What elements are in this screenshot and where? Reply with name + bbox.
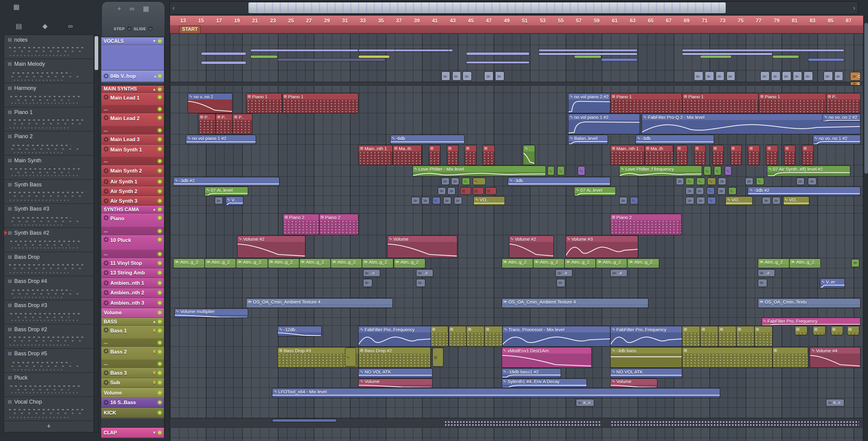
clip-piano-1[interactable]: ⊞Piano 1 — [759, 93, 826, 113]
clip[interactable]: ≫ — [441, 72, 450, 80]
track-lead2[interactable]: Main Lead 2... — [101, 113, 164, 135]
track-led[interactable] — [158, 281, 161, 285]
pattern-item[interactable]: ▤Vocal Chop — [4, 397, 93, 421]
track-air2[interactable]: Air Synth 2 — [101, 186, 164, 196]
pattern-item[interactable]: ▤Pluck — [4, 373, 93, 397]
track-amb1[interactable]: Ambien..nth 1 — [101, 278, 164, 288]
clip-atm-g-2[interactable]: ≫Atm..g_2 — [565, 259, 595, 268]
clip[interactable]: ≫ — [215, 197, 222, 204]
link-icon[interactable]: ∞ — [130, 5, 134, 12]
clip-volume-2[interactable]: ∿Volume #2 — [238, 236, 305, 258]
clip[interactable]: ⊞ — [433, 348, 443, 366]
clip[interactable]: ≫ — [686, 187, 694, 194]
track-led[interactable] — [158, 128, 161, 132]
clip[interactable]: ⊞ — [737, 326, 754, 346]
track-led[interactable] — [158, 371, 161, 375]
clip[interactable]: ⊞ — [748, 145, 760, 165]
clip[interactable]: ⊞ — [683, 348, 772, 368]
mute-icon[interactable] — [104, 281, 108, 285]
clip-volume-2[interactable]: ∿Volume #2 — [509, 236, 553, 258]
clip-atm-g-2[interactable]: ≫Atm..g_2 — [174, 259, 204, 268]
collapse-arrow-icon[interactable]: ▼ — [153, 431, 156, 434]
clip-os-oa-cmin-ambient-texture-4[interactable]: ≫OS_OA_Cmin_Ambient Texture 4 — [247, 299, 393, 307]
vocal-clip-stripe[interactable] — [251, 56, 278, 58]
overview-scroll-left[interactable]: ‹ — [170, 2, 177, 14]
pattern-item[interactable]: ▤notes — [4, 35, 93, 59]
clip-vo[interactable]: ∿VO.. — [783, 197, 809, 205]
clip-c[interactable]: ≫C. — [851, 72, 860, 80]
clip[interactable]: ⊞ — [676, 145, 687, 165]
clip-3db-2[interactable]: ∿-3db #2 — [748, 187, 860, 196]
clip[interactable]: ∿ — [728, 187, 736, 194]
clip[interactable]: ∿ — [708, 178, 715, 185]
clip[interactable]: ≫ — [452, 178, 459, 185]
mute-icon[interactable] — [104, 300, 108, 305]
clip-p[interactable]: ⊞P.. — [216, 114, 232, 134]
clip-piano-1[interactable]: ⊞Piano 1 — [282, 93, 358, 113]
grid-icon[interactable]: ▦ — [143, 5, 149, 12]
track-led[interactable] — [158, 320, 161, 323]
mute-icon[interactable] — [104, 74, 108, 79]
pattern-item[interactable]: ▤Main Melody — [4, 59, 93, 83]
piano-roll-icon[interactable]: ▤ — [16, 23, 22, 30]
clip[interactable]: ∿ — [558, 167, 564, 175]
track-vocals-chop[interactable]: 04b V..hop▾ — [101, 70, 164, 82]
clip[interactable]: ≫ — [694, 72, 703, 80]
track-led[interactable] — [158, 159, 161, 163]
track-sbass[interactable]: 16 S..Bass — [101, 398, 164, 408]
clip-atm-g-2[interactable]: ≫Atm..g_2 — [502, 259, 532, 268]
mute-icon[interactable] — [104, 115, 108, 120]
clip-main-nth-1[interactable]: ⊞Main..nth 1 — [611, 145, 644, 165]
track-led[interactable] — [158, 431, 161, 434]
clip[interactable]: ∿ — [707, 187, 714, 194]
clip-atm-g-2[interactable]: ≫Atm..g_2 — [268, 259, 299, 268]
clip-atm-g-2[interactable]: ≫Atm..g_2 — [331, 259, 362, 268]
track-led[interactable] — [158, 291, 161, 295]
clip[interactable]: ∿ — [725, 167, 732, 175]
pattern-item[interactable]: ▤Piano 2 — [4, 131, 93, 156]
mute-icon[interactable] — [104, 147, 108, 151]
track-kick[interactable]: KICK — [101, 408, 164, 418]
pattern-item[interactable]: ▤Bass Drop #2 — [4, 325, 93, 349]
clip[interactable]: ≫ — [716, 72, 724, 80]
clip[interactable]: ≫ — [416, 279, 425, 286]
mute-icon[interactable] — [104, 215, 108, 220]
clip[interactable]: ⊞ — [701, 326, 718, 346]
clip[interactable]: ⊞ — [483, 145, 494, 165]
mute-icon[interactable] — [104, 168, 108, 173]
track-vocals-header[interactable]: VOCALS▼ — [101, 37, 164, 45]
clip[interactable]: ⊞ — [473, 187, 484, 194]
clip[interactable]: ≫ — [485, 72, 493, 80]
clip-18db-bass1-2[interactable]: ∿-18db bass1 #2 — [502, 369, 561, 377]
overview-scroll-right[interactable]: › — [850, 2, 858, 14]
clip-atm-g-2[interactable]: ≫Atm..g_2 — [363, 259, 393, 268]
track-led[interactable] — [158, 238, 161, 241]
clip[interactable]: ⊞ — [485, 326, 502, 346]
clip[interactable]: ∿ — [345, 348, 355, 366]
clip-fabfilter-pro-frequency[interactable]: ∿FabFilter Pro..Frequency — [762, 318, 860, 325]
clip[interactable]: ≫ — [495, 72, 504, 80]
track-led[interactable] — [158, 301, 161, 305]
clip-atm-g-2[interactable]: ≫Atm..g_2 — [205, 259, 236, 268]
vocal-clip-stripe[interactable] — [601, 59, 637, 61]
track-led[interactable] — [158, 261, 161, 265]
vertical-scrollbar[interactable] — [863, 16, 868, 441]
clip[interactable]: ⊞ — [461, 187, 471, 194]
clip[interactable] — [444, 420, 601, 427]
track-led[interactable] — [158, 95, 161, 99]
add-icon[interactable]: + — [117, 5, 121, 12]
clip[interactable]: ≫ — [746, 178, 753, 185]
clip[interactable]: ≫ — [422, 197, 430, 204]
clip-[interactable]: ≫..# — [364, 269, 380, 276]
clip[interactable]: ≫ — [804, 72, 812, 80]
track-led[interactable] — [158, 147, 161, 151]
clip-fabfilter-pro-frequency[interactable]: ∿FabFilter Pro..Frequency — [611, 326, 682, 346]
clip[interactable]: ⊞ — [429, 145, 440, 165]
clip-ma-th[interactable]: ⊞Ma..th — [645, 145, 673, 165]
clip[interactable]: ∿ — [433, 197, 440, 204]
clip[interactable]: ⊞ — [449, 326, 466, 346]
clip[interactable]: ≫ — [718, 178, 726, 185]
track-vinyl[interactable]: 11 Vinyl Stop — [101, 258, 164, 268]
clip-atm-g-2[interactable]: ≫Atm..g_2 — [300, 259, 330, 268]
clip[interactable]: ≫ — [441, 178, 449, 185]
